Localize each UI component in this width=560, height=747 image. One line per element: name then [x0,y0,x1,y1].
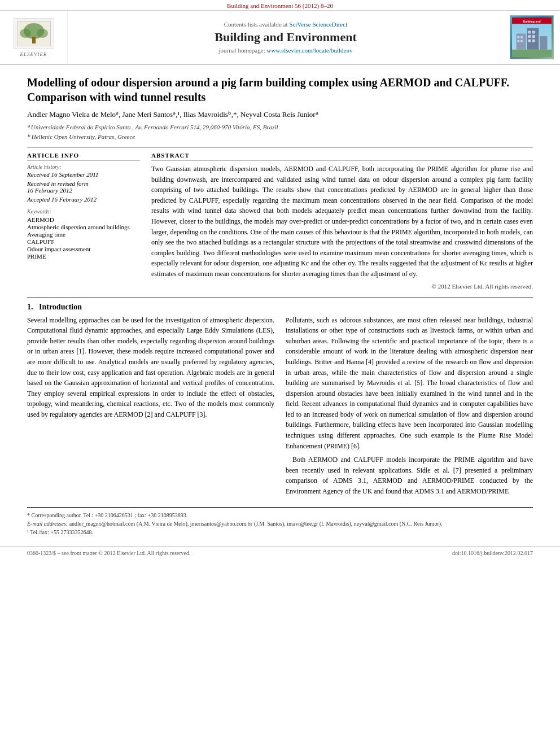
elsevier-text: ELSEVIER [20,51,47,57]
svg-rect-9 [520,36,523,38]
revised-date: Received in revised form16 February 2012 [27,180,140,194]
bottom-bar: 0360-1323/$ – see front matter © 2012 El… [0,547,560,559]
article-info-abstract: Article Info Article history: Received 1… [27,152,533,290]
affiliation-b: ᵇ Hellenic Open University, Patras, Gree… [27,132,533,142]
intro-left-p1: Several modelling approaches can be used… [27,315,274,420]
keyword-atm: Atmospheric dispersion around buildings [27,224,140,230]
article-content: Modelling of odour dispersion around a p… [0,65,560,547]
doi-info: doi:10.1016/j.buildenv.2012.02.017 [452,550,533,556]
intro-right-p2: Both AERMOD and CALPUFF models incorpora… [286,455,533,496]
svg-rect-8 [517,36,519,38]
introduction-section: 1. Introduction Several modelling approa… [27,303,533,500]
introduction-title: 1. Introduction [27,303,533,312]
affiliation-a: ᵃ Universidade Federal do Espírito Santo… [27,123,533,132]
journal-top-bar: Building and Environment 56 (2012) 8–20 [0,0,560,11]
email-line: E-mail addresses: andler_magno@hotmail.c… [27,519,533,528]
svg-rect-18 [532,40,535,42]
issn-info: 0360-1323/$ – see front matter © 2012 El… [27,550,190,556]
journal-cover-area: Building and [504,11,560,64]
journal-homepage: journal homepage: www.elsevier.com/locat… [219,47,353,54]
article-info-col: Article Info Article history: Received 1… [27,152,140,290]
abstract-text: Two Gaussian atmospheric dispersion mode… [151,164,533,279]
svg-point-3 [37,29,48,38]
svg-rect-10 [517,40,519,42]
svg-rect-16 [532,35,535,38]
svg-rect-20 [512,50,552,57]
intro-left-col: Several modelling approaches can be used… [27,315,274,500]
svg-rect-14 [532,31,535,34]
svg-point-2 [20,29,31,38]
keyword-aermod: AERMOD [27,216,140,223]
svg-rect-11 [520,40,523,42]
elsevier-logo-image [14,18,54,49]
svg-rect-13 [528,31,531,34]
divider-top [27,147,533,147]
keyword-calpuff: CALPUFF [27,238,140,245]
keyword-averaging: Averaging time [27,231,140,238]
svg-rect-4 [32,37,36,43]
svg-text:Building and: Building and [523,20,540,23]
divider-mid [27,298,533,298]
footnote1: ¹ Tel./fax: +55 27333352648. [27,528,533,536]
received-date: Received 16 September 2011 [27,171,140,178]
journal-homepage-link[interactable]: www.elsevier.com/locate/buildenv [266,47,352,54]
article-title: Modelling of odour dispersion around a p… [27,75,533,104]
intro-right-col: Pollutants, such as odorous substances, … [286,315,533,500]
journal-issue-info: Building and Environment 56 (2012) 8–20 [227,2,333,9]
journal-name: Building and Environment [215,30,356,45]
article-info-heading: Article Info [27,152,140,160]
elsevier-logo: ELSEVIER [14,18,54,57]
affiliations: ᵃ Universidade Federal do Espírito Santo… [27,123,533,141]
copyright: © 2012 Elsevier Ltd. All rights reserved… [151,283,533,290]
intro-right-p1: Pollutants, such as odorous substances, … [286,315,533,452]
keywords-label: Keywords: [27,208,140,215]
svg-rect-17 [528,40,531,42]
svg-rect-15 [528,35,531,38]
corresponding-author: * Corresponding author. Tel.: +30 210642… [27,511,533,519]
introduction-body: Several modelling approaches can be used… [27,315,533,500]
email-values: andler_magno@hotmail.com (A.M. Vieira de… [69,521,443,527]
abstract-heading: Abstract [151,152,533,160]
journal-header: ELSEVIER Contents lists available at Sci… [0,11,560,65]
email-label: E-mail addresses: [27,521,68,527]
journal-cover-image: Building and [510,15,554,59]
elsevier-logo-area: ELSEVIER [0,11,68,64]
keyword-odour: Odour impact assessment [27,246,140,252]
history-label: Article history: [27,164,140,170]
article-authors: Andler Magno Vieira de Meloᵃ, Jane Meri … [27,110,533,119]
sciverse-link[interactable]: SciVerse ScienceDirect [289,21,347,28]
sciverse-line: Contents lists available at SciVerse Sci… [224,21,347,28]
keyword-prime: PRIME [27,253,140,260]
accepted-date: Accepted 16 February 2012 [27,196,140,203]
journal-title-area: Contents lists available at SciVerse Sci… [68,11,504,64]
abstract-col: Abstract Two Gaussian atmospheric disper… [151,152,533,290]
footnotes: * Corresponding author. Tel.: +30 210642… [27,507,533,536]
svg-rect-19 [540,36,547,50]
